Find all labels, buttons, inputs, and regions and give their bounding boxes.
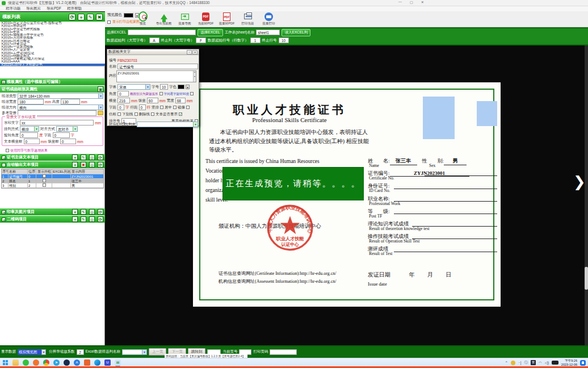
refresh-icon[interactable]: ⟳ — [69, 14, 75, 20]
x-input[interactable]: 216 — [117, 98, 130, 103]
angle-input[interactable]: 0 — [117, 91, 129, 97]
delete-template-icon[interactable]: ✖ — [96, 14, 103, 20]
font-select[interactable]: 宋体▼ — [117, 84, 150, 90]
show-frame-checkbox[interactable] — [43, 179, 46, 182]
scrollbar-thumb[interactable] — [585, 267, 588, 290]
notification-bell-icon[interactable] — [580, 360, 586, 366]
textarea-scrollbar[interactable]: ▲▼ — [193, 71, 196, 82]
menu-item-1[interactable]: 导出图片 — [26, 6, 41, 11]
batch-print-button[interactable]: 批量打印 — [258, 11, 279, 27]
refresh-icon[interactable]: ⟳ — [98, 216, 103, 222]
wechat-icon[interactable] — [23, 359, 29, 366]
close-icon[interactable]: ✕ — [192, 50, 198, 55]
close-button[interactable]: ✕ — [421, 0, 424, 4]
excel-col-select[interactable]: ▼ — [137, 122, 198, 127]
export-current-button[interactable]: 导出当前图 — [153, 11, 174, 27]
show-frame-checkbox[interactable] — [43, 183, 46, 187]
paper-type-select[interactable]: 32开 184×130 mm ▼ — [18, 93, 103, 99]
excel-path-input[interactable] — [128, 30, 196, 35]
y-input[interactable]: 60 — [147, 98, 158, 103]
paper-orient-select[interactable]: 横向 ▼ — [18, 104, 103, 110]
table-row[interactable]: 3性别2男 — [2, 183, 103, 188]
minimize-button[interactable]: — — [398, 0, 402, 4]
start-col-input[interactable]: A — [149, 37, 159, 43]
vertical-scrollbar[interactable] — [585, 45, 588, 345]
w-input[interactable]: 68 — [175, 98, 186, 103]
add-icon[interactable]: ＋ — [72, 209, 78, 215]
chrome-icon[interactable] — [43, 359, 49, 366]
item-name-input[interactable]: 证书编号 — [117, 64, 198, 69]
auto-text-section-bar[interactable]: − 自动输出文本项目 ＋ ✖ ◎ ⟳ — [0, 161, 105, 168]
u-app-icon[interactable]: U — [104, 359, 111, 366]
qrcode-section-bar[interactable]: ＋ 二维码项目 ＋ ✎ ◎ ⟳ — [0, 216, 105, 223]
start-row-input[interactable]: 1 — [250, 37, 261, 43]
dialog-title-bar[interactable]: 数据相关文字 ▫ ✕ — [107, 49, 199, 55]
edit-icon[interactable]: ✎ — [81, 216, 86, 222]
rotate90-checkbox[interactable] — [190, 92, 194, 95]
print-pages-input[interactable] — [270, 349, 297, 355]
color-dot-icon[interactable] — [511, 361, 515, 365]
edit-icon[interactable]: ✎ — [81, 154, 86, 160]
table-row[interactable]: 2姓名1张三丰 — [2, 179, 103, 183]
template-list-item[interactable]: X2023A+职业人才技能证书 — [0, 64, 105, 66]
restore-icon[interactable]: ▫ — [187, 50, 192, 55]
paper-width-input[interactable]: 180 — [18, 99, 44, 104]
refresh-icon[interactable]: ⟳ — [98, 162, 103, 168]
edit-template-icon[interactable]: ✎ — [87, 14, 94, 20]
filter-select[interactable]: ▼ — [122, 349, 147, 355]
mirror-checkbox[interactable] — [186, 106, 190, 109]
wifi-icon[interactable]: ◠ — [539, 361, 542, 365]
strike-checkbox[interactable] — [151, 112, 154, 116]
volume-icon[interactable]: ◁) — [545, 361, 549, 365]
size-input[interactable]: 10 — [160, 84, 168, 90]
batch-export-button[interactable]: 批量导图 — [174, 11, 195, 27]
linespace-input[interactable]: 0 — [139, 104, 146, 110]
increment-checkbox[interactable] — [6, 149, 9, 152]
font-color-dropdown[interactable]: ▼ — [186, 85, 190, 89]
photos-icon[interactable] — [84, 359, 90, 366]
battery-icon[interactable] — [552, 361, 558, 365]
folder-icon[interactable] — [98, 111, 103, 115]
end-row-input[interactable]: 10 — [279, 37, 289, 43]
vertical-checkbox[interactable] — [160, 106, 163, 109]
paper-save-icon[interactable]: ▣ — [98, 86, 103, 92]
edit-icon[interactable]: ✎ — [81, 209, 86, 215]
add-icon[interactable]: ＋ — [72, 216, 78, 222]
main-text-section-bar[interactable]: ＋ 证书主体文本项目 ＋ ✎ ◎ ⟳ — [0, 154, 105, 161]
scale-input[interactable]: 2 — [77, 349, 84, 355]
arrange-select[interactable]: 横排▼ — [20, 126, 39, 132]
tx-input[interactable]: 0 — [24, 139, 40, 144]
batch-pdf-button[interactable]: PDF批量转PDF — [216, 11, 237, 27]
charspace-input[interactable]: 0 — [117, 104, 124, 110]
show-frame-checkbox[interactable] — [43, 174, 46, 178]
add-icon[interactable]: ＋ — [72, 162, 78, 168]
font-color-swatch[interactable] — [178, 85, 184, 89]
clock[interactable]: 下午9:262023-12-06 — [561, 359, 577, 366]
disable-icon[interactable]: ◎ — [89, 216, 95, 222]
menu-item-0[interactable]: 程序功能 — [6, 6, 20, 11]
table-row[interactable]: 1证书编号0ZYJN2023001 — [2, 174, 103, 179]
menu-item-3[interactable]: 程序帮助 — [67, 6, 82, 11]
content-textarea[interactable]: ZYJN2023001 ▲▼ — [116, 70, 196, 82]
align-select[interactable]: 左对齐▼ — [56, 126, 78, 132]
select-excel-button[interactable]: 选择EXCEL — [198, 29, 222, 36]
preview-button[interactable]: 预览 — [132, 11, 153, 27]
ime-indicator[interactable]: 英 — [531, 360, 536, 365]
mask-checkbox[interactable] — [107, 20, 111, 24]
display-data-select[interactable]: 模拟预览图▼ — [18, 349, 41, 355]
telegram-icon[interactable]: ➤ — [53, 359, 60, 366]
prev-page-button[interactable]: 上一页 — [149, 348, 167, 356]
disable-icon[interactable]: ◎ — [89, 162, 95, 168]
collapse-icon[interactable]: ⇩ — [2, 80, 6, 84]
cs-input[interactable]: 0 — [53, 132, 70, 138]
paper-height-input[interactable]: 130 — [61, 99, 80, 104]
menu-item-2[interactable]: 导出PDF — [47, 6, 61, 11]
ty-input[interactable]: 0 — [60, 139, 76, 144]
rotate-input[interactable]: 0 — [20, 132, 38, 138]
firefox-icon[interactable] — [33, 359, 39, 366]
edge-icon[interactable] — [94, 359, 100, 366]
wm-text-input[interactable]: xx — [20, 120, 94, 126]
center-checkbox[interactable] — [173, 106, 177, 109]
seal-section-bar[interactable]: ＋ 印章及图片项目 ＋ ✎ ◎ ⟳ — [0, 208, 105, 215]
delete-icon[interactable]: ✖ — [81, 162, 86, 168]
